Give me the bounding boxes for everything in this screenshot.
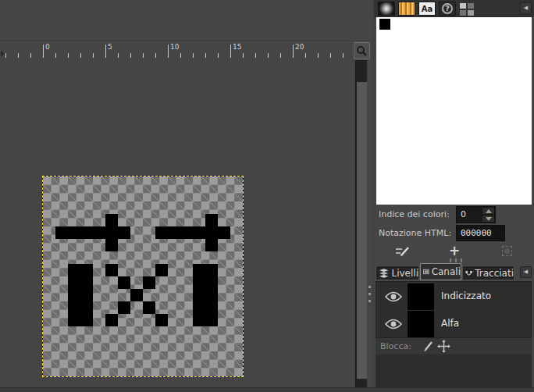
- brush-icon: [379, 2, 394, 15]
- channel-label: Alfa: [441, 318, 459, 329]
- visibility-toggle[interactable]: [384, 318, 403, 330]
- image-pixel: [68, 301, 80, 314]
- channels-list: Indicizzato Alfa: [376, 281, 532, 338]
- selection-icon: [502, 246, 512, 256]
- image-pixel: [68, 276, 80, 289]
- image-pixel: [80, 264, 93, 276]
- dock-empty-area: [376, 355, 532, 387]
- html-notation-input[interactable]: [456, 225, 505, 241]
- channel-row-indicizzato[interactable]: Indicizzato: [376, 283, 531, 311]
- image-pixel: [205, 226, 218, 239]
- colormap-grid[interactable]: [376, 17, 532, 205]
- channels-icon: [423, 267, 429, 276]
- image-pixel: [155, 226, 168, 239]
- lock-position-button[interactable]: [436, 340, 450, 353]
- image-pixel: [193, 314, 205, 326]
- image-pixel: [218, 226, 230, 239]
- vertical-scrollbar[interactable]: [355, 60, 367, 392]
- spin-down-button[interactable]: [482, 215, 495, 223]
- pattern-icon: [399, 2, 415, 15]
- image-pixel: [105, 264, 118, 276]
- tab-tracciati[interactable]: Tracciati: [462, 265, 514, 280]
- gimp-window: 05101520: [0, 0, 534, 392]
- select-color-button[interactable]: [498, 244, 515, 258]
- image-pixel: [80, 289, 93, 301]
- visibility-toggle[interactable]: [384, 290, 403, 303]
- image-pixel: [80, 314, 93, 326]
- channel-thumbnail: [408, 311, 434, 337]
- image-pixel: [180, 226, 193, 239]
- color-index-label: Indice dei colori:: [379, 209, 450, 219]
- dock-collapse-button[interactable]: ◀: [520, 2, 532, 14]
- tab-colormap-active[interactable]: [459, 2, 475, 16]
- tab-patterns[interactable]: [398, 2, 415, 16]
- channel-row-alfa[interactable]: Alfa: [376, 310, 531, 338]
- image-pixel: [168, 226, 180, 239]
- image-pixel: [193, 276, 205, 289]
- image-pixel: [80, 301, 93, 314]
- ruler-caret: [1, 51, 5, 57]
- lock-label: Blocca:: [380, 341, 411, 351]
- color-index-spinbox[interactable]: 0: [456, 206, 496, 223]
- spin-up-button[interactable]: [482, 207, 495, 215]
- pane-resize-grip[interactable]: [368, 286, 372, 306]
- image-pixel: [193, 301, 205, 314]
- canvas-image[interactable]: [43, 176, 243, 376]
- tab-livelli-label: Livelli: [391, 268, 418, 279]
- ruler-tick-label: 5: [108, 43, 112, 51]
- tab-canali-label: Canali: [432, 266, 461, 277]
- image-pixel: [205, 289, 218, 301]
- image-pixel: [205, 276, 218, 289]
- zoom-canvas-button[interactable]: [354, 42, 370, 59]
- image-pixel: [93, 226, 105, 239]
- move-icon: [437, 340, 450, 353]
- channel-label: Indicizzato: [441, 290, 491, 301]
- dock-tabbar: Aa ? ◀: [374, 0, 534, 17]
- image-pixel: [118, 301, 130, 314]
- lock-row: Blocca:: [376, 338, 532, 355]
- add-color-button[interactable]: +: [446, 244, 463, 258]
- html-notation-label: Notazione HTML:: [379, 228, 451, 238]
- image-pixel: [68, 289, 80, 301]
- image-pixel: [55, 226, 68, 239]
- tab-tracciati-label: Tracciati: [475, 268, 514, 279]
- tab-brushes[interactable]: [378, 2, 395, 16]
- panel-collapse-button[interactable]: ◀: [520, 266, 532, 278]
- image-pixel: [105, 239, 118, 251]
- vertical-scrollbar-thumb[interactable]: [357, 82, 367, 379]
- image-pixel: [155, 264, 168, 276]
- image-pixel: [155, 314, 168, 326]
- ruler-horizontal[interactable]: 05101520: [0, 42, 354, 59]
- image-pixel: [105, 226, 118, 239]
- edit-color-button[interactable]: [393, 244, 411, 258]
- image-pixel: [68, 226, 80, 239]
- paths-icon: [465, 269, 472, 278]
- eye-icon: [384, 318, 403, 330]
- colormap-swatch-0[interactable]: [379, 19, 390, 30]
- image-pixel: [205, 301, 218, 314]
- image-pixel: [205, 214, 218, 226]
- bottom-edge: [0, 387, 534, 392]
- channel-thumbnail: [408, 283, 434, 310]
- image-pixel: [68, 264, 80, 276]
- image-pixel: [205, 264, 218, 276]
- edit-color-icon: [395, 245, 410, 257]
- layers-icon: [379, 269, 389, 278]
- ruler-tick-label: 20: [295, 43, 304, 51]
- question-icon: ?: [442, 3, 453, 14]
- image-pixel: [205, 314, 218, 326]
- canvas-area: 05101520: [0, 0, 373, 392]
- tab-canali-active[interactable]: Canali: [420, 263, 461, 280]
- color-index-value[interactable]: 0: [461, 209, 482, 219]
- tab-fonts[interactable]: Aa: [418, 2, 436, 16]
- image-pixel: [205, 239, 218, 251]
- magnifier-icon: [356, 45, 368, 57]
- image-pixel: [193, 289, 205, 301]
- image-pixel: [80, 226, 93, 239]
- fonts-icon: Aa: [419, 2, 435, 15]
- tab-livelli[interactable]: Livelli: [376, 265, 419, 280]
- ruler-tick-label: 10: [170, 43, 179, 51]
- right-dock: Aa ? ◀ Indice dei colori: 0: [373, 0, 534, 392]
- lock-pixels-button[interactable]: [421, 340, 435, 353]
- tab-document-history[interactable]: ?: [439, 2, 456, 16]
